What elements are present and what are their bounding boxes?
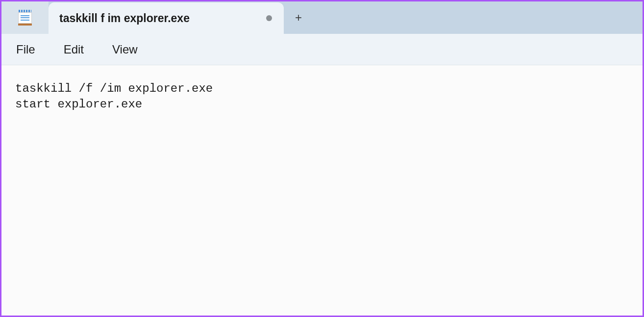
editor-text[interactable]: taskkill /f /im explorer.exe start explo… <box>15 81 629 113</box>
menu-file[interactable]: File <box>12 40 39 59</box>
menu-view[interactable]: View <box>108 40 142 59</box>
new-tab-button[interactable]: + <box>284 1 313 34</box>
modified-indicator-icon[interactable] <box>266 15 272 21</box>
tab-title: taskkill f im explorer.exe <box>59 12 190 25</box>
menu-edit[interactable]: Edit <box>60 40 88 59</box>
app-icon-area <box>1 1 49 34</box>
titlebar: taskkill f im explorer.exe + <box>1 1 643 34</box>
menubar: File Edit View <box>1 34 643 65</box>
plus-icon: + <box>295 11 302 25</box>
notepad-icon <box>17 10 33 26</box>
editor-area[interactable]: taskkill /f /im explorer.exe start explo… <box>1 65 643 316</box>
tab-active[interactable]: taskkill f im explorer.exe <box>49 2 284 34</box>
